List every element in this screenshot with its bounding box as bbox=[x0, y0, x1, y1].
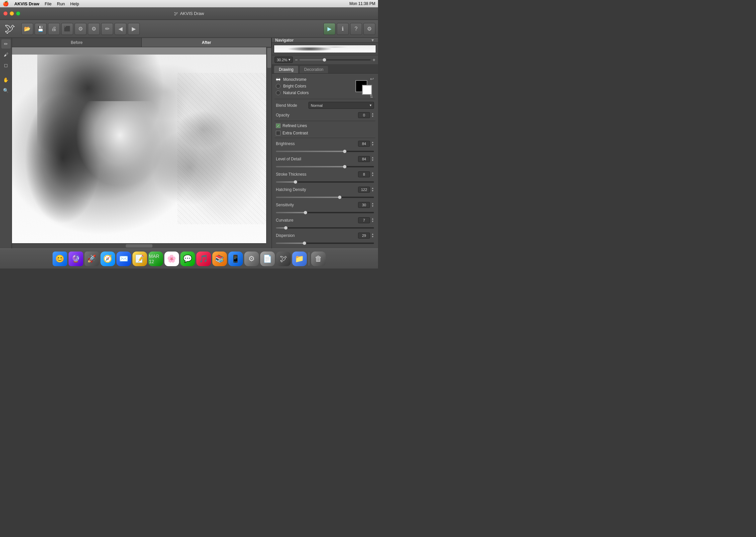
dispersion-down[interactable]: ▼ bbox=[371, 236, 374, 238]
stroke-slider[interactable] bbox=[276, 181, 374, 183]
lod-down[interactable]: ▼ bbox=[371, 159, 374, 162]
apple-menu[interactable]: 🍎 bbox=[3, 1, 9, 7]
minimize-button[interactable] bbox=[10, 11, 14, 16]
settings-button[interactable]: ⚙ bbox=[75, 23, 87, 35]
tab-before[interactable]: Before bbox=[12, 38, 142, 47]
dock-safari[interactable]: 🧭 bbox=[100, 252, 115, 266]
back-button[interactable]: ◀ bbox=[114, 23, 126, 35]
background-swatch[interactable] bbox=[362, 85, 372, 95]
opacity-value[interactable]: 0 bbox=[358, 112, 370, 118]
curvature-arrows[interactable]: ▲ ▼ bbox=[371, 218, 374, 223]
opacity-down[interactable]: ▼ bbox=[371, 115, 374, 118]
brightness-value[interactable]: 84 bbox=[358, 141, 370, 147]
dispersion-thumb[interactable] bbox=[303, 242, 306, 245]
stroke-thumb[interactable] bbox=[294, 180, 297, 184]
vertical-scrollbar[interactable] bbox=[266, 47, 272, 243]
hatching-thumb[interactable] bbox=[338, 196, 341, 199]
zoom-out-button[interactable]: − bbox=[295, 57, 297, 63]
scrollbar-thumb-h[interactable] bbox=[126, 244, 152, 248]
bright-colors-radio[interactable] bbox=[276, 84, 281, 89]
dock-settings[interactable]: ⚙ bbox=[244, 252, 259, 266]
batch-button[interactable]: ⬛ bbox=[61, 23, 73, 35]
opacity-arrows[interactable]: ▲ ▼ bbox=[371, 112, 374, 118]
sensitivity-thumb[interactable] bbox=[304, 211, 307, 214]
tab-drawing[interactable]: Drawing bbox=[274, 66, 298, 73]
lod-arrows[interactable]: ▲ ▼ bbox=[371, 156, 374, 162]
dock-finder[interactable]: 😊 bbox=[53, 252, 67, 266]
dock-akvis[interactable]: 🕊 bbox=[276, 252, 291, 266]
dock-siri[interactable]: 🔮 bbox=[69, 252, 83, 266]
blend-mode-dropdown[interactable]: Normal ▾ bbox=[308, 102, 374, 109]
close-button[interactable] bbox=[3, 11, 8, 16]
zoom-slider[interactable] bbox=[299, 59, 370, 61]
dock-appstore[interactable]: 📱 bbox=[228, 252, 243, 266]
hand-tool[interactable]: ✋ bbox=[1, 75, 11, 85]
natural-colors-radio[interactable] bbox=[276, 90, 281, 95]
zoom-slider-thumb[interactable] bbox=[323, 58, 326, 62]
settings2-button[interactable]: ⚙ bbox=[88, 23, 100, 35]
lod-value[interactable]: 84 bbox=[358, 156, 370, 162]
monochrome-radio[interactable] bbox=[276, 77, 281, 82]
curvature-slider[interactable] bbox=[276, 227, 374, 229]
help-button[interactable]: ? bbox=[350, 23, 362, 35]
dock-books[interactable]: 📚 bbox=[212, 252, 227, 266]
brightness-arrows[interactable]: ▲ ▼ bbox=[371, 141, 374, 146]
hatching-slider[interactable] bbox=[276, 197, 374, 198]
forward-button[interactable]: ▶ bbox=[128, 23, 140, 35]
curvature-value[interactable]: 7 bbox=[358, 217, 370, 223]
dock-trash[interactable]: 🗑 bbox=[311, 252, 326, 266]
maximize-button[interactable] bbox=[16, 11, 20, 16]
dock-maps[interactable]: MAR 12 bbox=[148, 252, 163, 266]
menubar-help[interactable]: Help bbox=[70, 1, 79, 6]
open-button[interactable]: 📂 bbox=[21, 23, 33, 35]
menubar-file[interactable]: File bbox=[45, 1, 52, 6]
zoom-in-button[interactable]: + bbox=[373, 57, 375, 63]
stroke-down[interactable]: ▼ bbox=[371, 174, 374, 177]
zoom-tool[interactable]: 🔍 bbox=[1, 86, 11, 95]
eraser-tool[interactable]: ◻ bbox=[1, 61, 11, 70]
brightness-thumb[interactable] bbox=[343, 150, 346, 153]
zoom-display[interactable]: 30.2% ▾ bbox=[275, 57, 293, 63]
brightness-slider[interactable] bbox=[276, 151, 374, 152]
hatching-down[interactable]: ▼ bbox=[371, 190, 374, 192]
dock-notes[interactable]: 📝 bbox=[132, 252, 147, 266]
hatching-arrows[interactable]: ▲ ▼ bbox=[371, 187, 374, 192]
color-reset-icon[interactable]: ↩ bbox=[370, 76, 374, 82]
canvas-viewport[interactable] bbox=[12, 47, 272, 249]
dock-mail[interactable]: ✉️ bbox=[116, 252, 131, 266]
dispersion-arrows[interactable]: ▲ ▼ bbox=[371, 233, 374, 238]
print-button[interactable]: 🖨 bbox=[48, 23, 60, 35]
stroke-value[interactable]: 8 bbox=[358, 171, 370, 177]
save-before-button[interactable]: 💾 bbox=[35, 23, 47, 35]
dock-music[interactable]: 🎵 bbox=[196, 252, 211, 266]
sensitivity-arrows[interactable]: ▲ ▼ bbox=[371, 202, 374, 208]
brush-button[interactable]: ✏ bbox=[101, 23, 113, 35]
curvature-thumb[interactable] bbox=[284, 226, 287, 230]
brightness-down[interactable]: ▼ bbox=[371, 144, 374, 146]
navigator-chevron[interactable]: ▼ bbox=[371, 38, 375, 43]
refined-lines-checkbox[interactable]: ✓ bbox=[276, 123, 281, 128]
dispersion-slider[interactable] bbox=[276, 243, 374, 244]
curvature-down[interactable]: ▼ bbox=[371, 220, 374, 223]
menubar-run[interactable]: Run bbox=[57, 1, 65, 6]
dispersion-value[interactable]: 29 bbox=[358, 233, 370, 239]
horizontal-scrollbar[interactable] bbox=[12, 243, 266, 249]
sensitivity-value[interactable]: 30 bbox=[358, 202, 370, 208]
lod-slider[interactable] bbox=[276, 166, 374, 167]
swap-colors-icon[interactable]: ⇅ bbox=[370, 94, 373, 99]
gear-button[interactable]: ⚙ bbox=[363, 23, 375, 35]
dock-photos[interactable]: 🌸 bbox=[164, 252, 179, 266]
sensitivity-down[interactable]: ▼ bbox=[371, 205, 374, 208]
sensitivity-slider[interactable] bbox=[276, 212, 374, 213]
pencil-tool[interactable]: ✏ bbox=[1, 39, 11, 49]
extra-contrast-checkbox[interactable] bbox=[276, 131, 281, 135]
stroke-arrows[interactable]: ▲ ▼ bbox=[371, 172, 374, 177]
dock-messages[interactable]: 💬 bbox=[180, 252, 195, 266]
dock-folder[interactable]: 📁 bbox=[292, 252, 307, 266]
run-button[interactable]: ▶ bbox=[323, 23, 335, 35]
info-button[interactable]: ℹ bbox=[337, 23, 349, 35]
dock-launchpad[interactable]: 🚀 bbox=[85, 252, 99, 266]
tab-after[interactable]: After bbox=[142, 38, 272, 47]
brush-tool[interactable]: 🖌 bbox=[1, 50, 11, 59]
lod-thumb[interactable] bbox=[343, 165, 346, 168]
